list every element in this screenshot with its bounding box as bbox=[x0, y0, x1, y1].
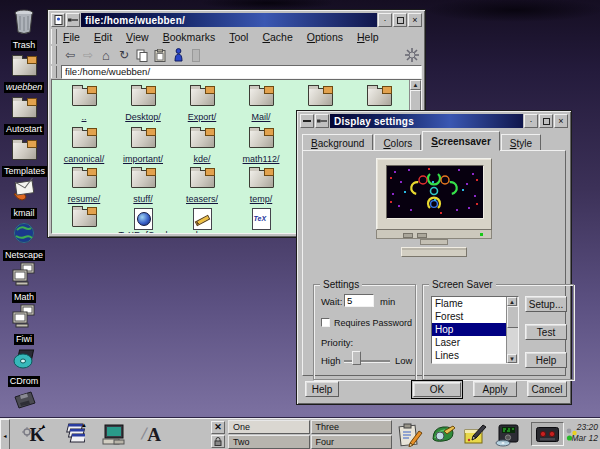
iconify-button[interactable]: · bbox=[524, 114, 538, 128]
test-button[interactable]: Test bbox=[525, 324, 567, 340]
cancel-button[interactable]: Cancel bbox=[527, 381, 567, 397]
menubar-handle[interactable] bbox=[51, 29, 57, 44]
help-button[interactable]: Help bbox=[305, 381, 339, 397]
back-icon[interactable]: ⇦ bbox=[61, 47, 79, 63]
home-icon[interactable]: ⌂ bbox=[97, 47, 115, 63]
location-handle[interactable] bbox=[51, 66, 57, 78]
file-label: resume/ bbox=[68, 195, 101, 205]
desktop-icon-templates[interactable]: Templates bbox=[2, 133, 46, 178]
priority-slider-thumb[interactable] bbox=[352, 351, 361, 365]
tab-background[interactable]: Background bbox=[302, 134, 373, 151]
pager-desktop-two[interactable]: Two bbox=[228, 435, 310, 449]
desktop-icon-math[interactable]: Math bbox=[2, 259, 46, 304]
tab-style[interactable]: Style bbox=[501, 134, 541, 151]
close-button[interactable]: × bbox=[554, 114, 568, 128]
scroll-down-icon[interactable]: ▼ bbox=[507, 354, 517, 363]
desktop-icon-fiwi[interactable]: Fiwi bbox=[2, 301, 46, 346]
lock-screen-button[interactable] bbox=[211, 435, 225, 448]
font-app-icon[interactable]: A bbox=[140, 421, 168, 448]
file-item[interactable]: Desktop/ bbox=[114, 88, 172, 124]
draw-app-icon[interactable] bbox=[429, 421, 457, 448]
desktop-icon-cdrom[interactable]: CDrom bbox=[2, 343, 46, 388]
file-item[interactable]: canonical/ bbox=[55, 130, 113, 166]
apply-button[interactable]: Apply bbox=[473, 381, 517, 397]
file-item[interactable]: rand-assoc .txt bbox=[173, 208, 231, 234]
pager-desktop-one[interactable]: One bbox=[228, 420, 310, 434]
close-button[interactable]: × bbox=[408, 13, 422, 27]
setup-button[interactable]: Setup... bbox=[525, 296, 567, 312]
desktop-icon-kmail[interactable]: kmail bbox=[2, 175, 46, 220]
toolbar-handle[interactable] bbox=[51, 46, 57, 64]
copy-icon[interactable] bbox=[133, 47, 151, 63]
file-item[interactable]: important/ bbox=[114, 130, 172, 166]
panel-hide-arrow[interactable]: ◂ bbox=[0, 419, 10, 449]
stop-icon[interactable] bbox=[187, 47, 205, 63]
scrollbar-thumb[interactable] bbox=[507, 306, 519, 328]
file-item[interactable]: survey.tex bbox=[232, 208, 290, 234]
desktop-icon-wuebben[interactable]: wuebben bbox=[2, 49, 46, 94]
reload-icon[interactable]: ↻ bbox=[115, 47, 133, 63]
folder-icon bbox=[249, 170, 274, 188]
file-item[interactable]: resume/ bbox=[55, 170, 113, 206]
desktop-icon-autostart[interactable]: Autostart bbox=[2, 91, 46, 136]
file-item[interactable]: .. bbox=[55, 88, 113, 124]
pin-icon[interactable] bbox=[315, 114, 329, 128]
menu-options[interactable]: Options bbox=[305, 30, 345, 44]
tab-screensaver[interactable]: Screensaver bbox=[422, 131, 500, 151]
logout-button[interactable]: ✕ bbox=[211, 421, 225, 434]
scroll-up-icon[interactable]: ▲ bbox=[410, 80, 421, 90]
desktop-icon-trash[interactable]: Trash bbox=[2, 7, 46, 52]
minimize-button[interactable] bbox=[300, 114, 314, 128]
list-scrollbar[interactable]: ▲ ▼ bbox=[506, 297, 518, 363]
priority-slider-groove[interactable] bbox=[344, 360, 390, 363]
window-list-button[interactable]: ▲ bbox=[58, 421, 88, 448]
file-item[interactable]: Mail/ bbox=[232, 88, 290, 124]
menu-arrow-icon: ▲ bbox=[40, 423, 46, 429]
file-item[interactable]: stuff/ bbox=[114, 170, 172, 206]
notes-app-icon[interactable] bbox=[396, 421, 424, 448]
file-item[interactable]: Export/ bbox=[173, 88, 231, 124]
ok-button[interactable]: OK bbox=[413, 382, 461, 397]
file-item[interactable]: math112/ bbox=[232, 130, 290, 166]
menu-tool[interactable]: Tool bbox=[227, 30, 250, 44]
menu-edit[interactable]: Edit bbox=[92, 30, 114, 44]
help-icon[interactable] bbox=[169, 47, 187, 63]
file-item[interactable]: teasers/ bbox=[173, 170, 231, 206]
desktop-icon-netscape[interactable]: Netscape bbox=[2, 217, 46, 262]
k-menu-button[interactable]: K▲ bbox=[22, 421, 52, 448]
file-item[interactable]: temp/ bbox=[232, 170, 290, 206]
scroll-up-icon[interactable]: ▲ bbox=[507, 297, 517, 306]
pager-desktop-three[interactable]: Three bbox=[311, 420, 393, 434]
screensaver-groupbox: Screen Saver Flame Forest Hop Laser Line… bbox=[422, 284, 574, 380]
paste-icon[interactable] bbox=[151, 47, 169, 63]
menu-help[interactable]: Help bbox=[355, 30, 381, 44]
window-menu-icon[interactable] bbox=[51, 13, 65, 27]
saver-help-button[interactable]: Help bbox=[525, 352, 567, 368]
file-label: TeXRefCard .dvi bbox=[118, 231, 167, 234]
wait-unit-label: min bbox=[380, 296, 395, 307]
wait-input[interactable] bbox=[344, 294, 374, 307]
cassette-indicator-icon[interactable] bbox=[536, 427, 559, 442]
dialog-titlebar[interactable]: Display settings · × bbox=[300, 114, 568, 128]
maximize-button[interactable] bbox=[393, 13, 407, 27]
location-input[interactable] bbox=[61, 65, 422, 79]
file-item[interactable]: kde/ bbox=[173, 130, 231, 166]
tab-colors[interactable]: Colors bbox=[374, 134, 421, 151]
terminal-app-icon[interactable] bbox=[100, 421, 128, 448]
forward-icon[interactable]: ⇨ bbox=[79, 47, 97, 63]
menu-cache[interactable]: Cache bbox=[260, 30, 294, 44]
pin-icon[interactable] bbox=[66, 13, 80, 27]
iconify-button[interactable]: · bbox=[378, 13, 392, 27]
file-item[interactable]: TeXRefCard .dvi bbox=[114, 208, 172, 234]
pager-desktop-four[interactable]: Four bbox=[311, 435, 393, 449]
requires-password-checkbox[interactable] bbox=[321, 318, 330, 327]
file-item[interactable]: xfmail/ bbox=[55, 209, 113, 234]
menu-view[interactable]: View bbox=[124, 30, 151, 44]
text-file-icon bbox=[193, 208, 212, 230]
maximize-button[interactable] bbox=[539, 114, 553, 128]
kfm-titlebar[interactable]: file:/home/wuebben/ · × bbox=[51, 13, 422, 27]
sticky-note-app-icon[interactable] bbox=[461, 421, 489, 448]
menu-file[interactable]: File bbox=[61, 30, 82, 44]
menu-bookmarks[interactable]: Bookmarks bbox=[161, 30, 218, 44]
media-player-app-icon[interactable] bbox=[493, 421, 523, 448]
